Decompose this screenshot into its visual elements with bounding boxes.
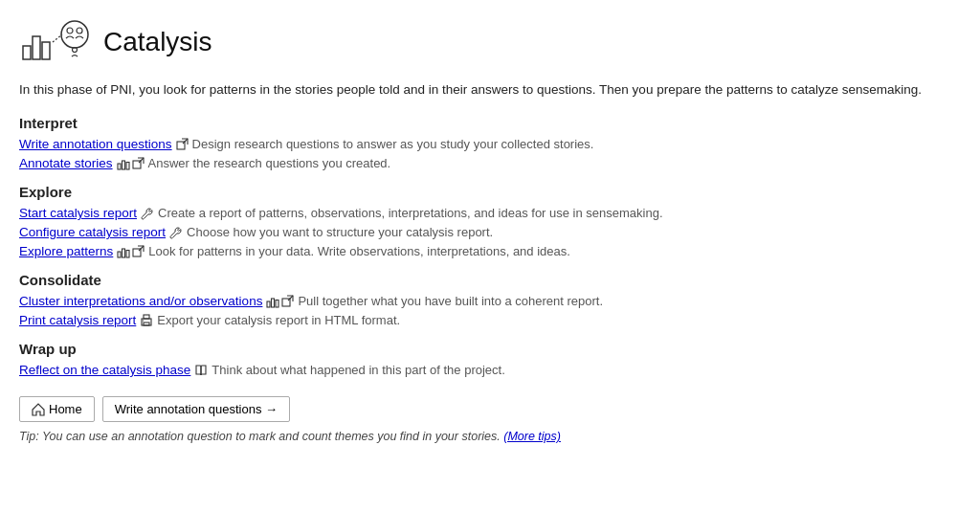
item-icons-configure-catalysis — [169, 226, 183, 239]
item-desc-annotate-stories: Answer the research questions you create… — [148, 156, 391, 170]
item-desc-start-catalysis: Create a report of patterns, observation… — [158, 206, 663, 220]
svg-rect-16 — [122, 249, 125, 257]
item-desc-cluster-interpretations: Pull together what you have built into a… — [298, 294, 603, 308]
item-desc-reflect: Think about what happened in this part o… — [212, 363, 504, 377]
item-row-annotate-stories: Annotate stories Answer the research que… — [19, 156, 961, 170]
printer-icon — [140, 314, 153, 327]
home-button-label: Home — [49, 402, 82, 416]
item-icons-cluster-interpretations — [266, 295, 294, 308]
svg-rect-2 — [42, 42, 50, 59]
intro-text: In this phase of PNI, you look for patte… — [19, 80, 961, 100]
external-link-icon — [176, 138, 189, 150]
page-header: Catalysis — [19, 15, 961, 69]
item-icons-print-catalysis — [140, 314, 153, 327]
item-link-explore-patterns[interactable]: Explore patterns — [19, 244, 113, 258]
bottom-bar: Home Write annotation questions → — [19, 396, 961, 422]
svg-point-5 — [67, 28, 73, 33]
section-heading-wrap-up: Wrap up — [19, 341, 961, 357]
svg-rect-27 — [144, 323, 149, 325]
svg-rect-11 — [122, 161, 124, 169]
item-desc-configure-catalysis: Choose how you want to structure your ca… — [187, 225, 493, 239]
next-button-label: Write annotation questions → — [115, 402, 278, 416]
item-link-annotate-stories[interactable]: Annotate stories — [19, 156, 113, 170]
svg-rect-20 — [267, 301, 270, 307]
item-icons-explore-patterns — [117, 245, 145, 258]
item-desc-explore-patterns: Look for patterns in your data. Write ob… — [148, 244, 570, 258]
svg-rect-15 — [118, 252, 121, 257]
svg-point-6 — [77, 28, 82, 33]
item-link-write-annotation[interactable]: Write annotation questions — [19, 137, 172, 151]
wrench-icon — [169, 226, 183, 239]
svg-rect-10 — [118, 164, 121, 169]
item-icons-start-catalysis — [141, 207, 154, 220]
item-link-configure-catalysis[interactable]: Configure catalysis report — [19, 225, 166, 239]
bar-chart-icon — [266, 295, 279, 308]
item-row-write-annotation: Write annotation questions Design resear… — [19, 137, 961, 151]
item-row-print-catalysis: Print catalysis report Export your catal… — [19, 313, 961, 327]
section-heading-interpret: Interpret — [19, 115, 961, 131]
home-button[interactable]: Home — [19, 396, 95, 422]
external-link-icon — [132, 245, 145, 257]
svg-rect-21 — [272, 299, 275, 307]
item-link-cluster-interpretations[interactable]: Cluster interpretations and/or observati… — [19, 294, 262, 308]
wrench-icon — [141, 207, 154, 220]
item-desc-print-catalysis: Export your catalysis report in HTML for… — [157, 313, 400, 327]
item-icons-write-annotation — [176, 138, 189, 150]
item-icons-reflect — [194, 364, 208, 377]
section-heading-explore: Explore — [19, 184, 961, 200]
svg-rect-0 — [23, 46, 31, 59]
page-title: Catalysis — [103, 27, 212, 57]
more-tips-link[interactable]: (More tips) — [503, 430, 561, 443]
item-link-start-catalysis[interactable]: Start catalysis report — [19, 206, 137, 220]
svg-rect-22 — [276, 300, 278, 307]
sections-container: InterpretWrite annotation questions Desi… — [19, 115, 961, 377]
home-icon — [32, 403, 45, 416]
item-row-cluster-interpretations: Cluster interpretations and/or observati… — [19, 294, 961, 308]
book-icon — [194, 364, 208, 377]
svg-rect-26 — [144, 315, 149, 319]
bar-chart-icon — [117, 157, 130, 170]
tip-text: Tip: You can use an annotation question … — [19, 430, 961, 443]
svg-rect-12 — [126, 162, 129, 169]
item-link-reflect[interactable]: Reflect on the catalysis phase — [19, 363, 190, 377]
item-row-explore-patterns: Explore patterns Look for patterns in yo… — [19, 244, 961, 258]
tip-main-text: Tip: You can use an annotation question … — [19, 430, 501, 443]
item-desc-write-annotation: Design research questions to answer as y… — [192, 137, 594, 151]
svg-rect-1 — [33, 36, 40, 59]
next-button[interactable]: Write annotation questions → — [102, 396, 290, 422]
item-row-reflect: Reflect on the catalysis phase Think abo… — [19, 363, 961, 377]
svg-rect-17 — [126, 250, 129, 257]
svg-point-4 — [61, 21, 88, 48]
item-row-start-catalysis: Start catalysis report Create a report o… — [19, 206, 961, 220]
catalysis-logo-icon — [19, 15, 96, 69]
bar-chart-icon — [117, 245, 130, 258]
section-heading-consolidate: Consolidate — [19, 272, 961, 288]
external-link-icon — [281, 295, 294, 307]
item-icons-annotate-stories — [117, 157, 145, 170]
item-row-configure-catalysis: Configure catalysis report Choose how yo… — [19, 225, 961, 239]
external-link-icon — [132, 157, 145, 169]
item-link-print-catalysis[interactable]: Print catalysis report — [19, 313, 136, 327]
